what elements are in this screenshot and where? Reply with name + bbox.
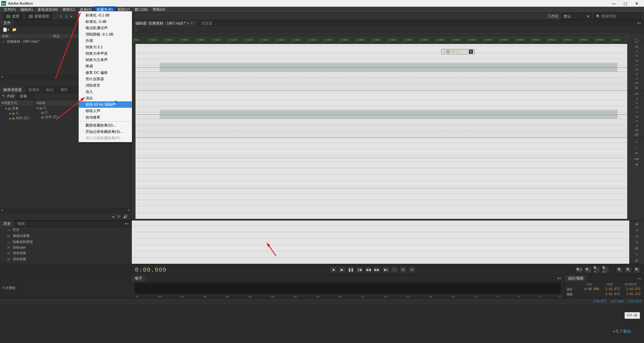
zoom-in-v-icon[interactable]: 🔍 — [616, 266, 623, 273]
menu-clip[interactable]: 素材(C) — [60, 6, 77, 13]
video-tab[interactable]: 视频 — [14, 220, 28, 227]
history-item[interactable]: fx伸缩与变调 — [0, 233, 131, 239]
bottom-tool-icon[interactable]: ⊞ — [635, 259, 638, 262]
dropdown-item[interactable]: 升调 — [79, 38, 132, 44]
editor-panel-menu-icon[interactable]: ▾≡ — [635, 21, 644, 26]
dropdown-item[interactable]: 降调 — [79, 63, 132, 69]
editor-tool-icon[interactable]: ⬚ — [134, 28, 138, 32]
sel-menu-icon[interactable]: ▾≡ — [635, 277, 644, 280]
stereo-icon[interactable]: L — [636, 146, 638, 149]
zoom-fit-icon[interactable]: 🔍↔ — [593, 266, 600, 273]
dropdown-item[interactable]: 标准化 -0.1 dB — [79, 12, 132, 18]
time-ruler[interactable]: hms 0:02.00:04.00:06.00:08.00:10.00:12.0… — [133, 38, 627, 44]
tool-play-icon[interactable]: ▸ — [71, 14, 73, 18]
history-item[interactable]: fxDeEsser — [0, 245, 131, 250]
history-item[interactable]: fx淡化包络 — [0, 256, 131, 262]
new-folder-icon[interactable]: ↻ — [117, 214, 120, 219]
zoom-out-v-icon[interactable]: 🔍 — [625, 266, 632, 273]
levels-menu-icon[interactable]: ▾≡ — [555, 276, 564, 281]
dropdown-item[interactable]: 删除收藏效果(D)... — [79, 122, 132, 129]
up-folder-icon[interactable]: ↰ — [2, 94, 5, 98]
menu-window[interactable]: 窗口(W) — [132, 6, 150, 13]
import-icon[interactable]: 📁 — [12, 28, 17, 32]
surround-icon[interactable]: ⊞ — [635, 163, 638, 166]
workspace-dropdown[interactable]: 默认▾ — [561, 13, 592, 19]
close-hud-icon[interactable]: ✕ — [469, 50, 473, 54]
tool-area-icon[interactable]: 🎧 — [629, 38, 644, 44]
rewind-button[interactable]: ◀◀ — [365, 266, 372, 273]
dropdown-item[interactable]: 自动修复 — [79, 114, 132, 120]
zoom-reset-icon[interactable]: 🔍 — [633, 266, 641, 273]
waveform-mode-button[interactable]: 波形 — [3, 13, 22, 20]
effects-rack-tab[interactable]: 效果夹 — [25, 87, 43, 93]
menu-edit[interactable]: 编辑(E) — [18, 6, 35, 13]
dropdown-item[interactable]: 消除齿音 — [79, 82, 132, 89]
pause-button[interactable]: ❚❚ — [347, 266, 355, 273]
open-file-icon[interactable]: 📄▾ — [3, 28, 9, 32]
dropdown-item[interactable]: 转换为 5.1 — [79, 44, 132, 50]
level-meter[interactable] — [135, 283, 561, 294]
zoom-out-h-icon[interactable]: 🔍- — [584, 266, 592, 273]
zoom-in-h-icon[interactable]: 🔍+ — [576, 266, 583, 273]
stop-button[interactable]: ■ — [330, 266, 337, 273]
vol-indicator-icon[interactable]: ⫽ — [635, 140, 638, 144]
dropdown-item[interactable]: 旁白压限器 — [79, 76, 132, 82]
gain-knob-icon[interactable] — [446, 50, 450, 53]
col-status[interactable]: 状态 — [47, 34, 65, 39]
close-tab-icon[interactable]: ✕ — [190, 21, 193, 26]
dropdown-item[interactable]: 修复 DC 偏移 — [79, 69, 132, 76]
dropdown-item[interactable]: 标准化 -3 dB — [79, 18, 132, 25]
bottom-tool-icon[interactable]: ≡ — [636, 253, 637, 256]
mixer-tab[interactable]: 混音器 — [197, 20, 216, 27]
menu-help[interactable]: 帮助(H) — [150, 6, 167, 13]
files-tab[interactable]: 文件 — [0, 20, 14, 26]
close-button[interactable]: ✕ — [633, 1, 641, 6]
tree-item[interactable]: ▸🖴C: — [1, 111, 34, 115]
goto-start-button[interactable]: |◀ — [356, 266, 363, 273]
ch-button[interactable]: CH ♪筒 — [625, 312, 640, 319]
goto-end-button[interactable]: ▶| — [382, 266, 389, 273]
media-speaker-icon[interactable]: 🔊 — [123, 214, 128, 219]
maximize-button[interactable]: ◻ — [621, 1, 629, 6]
search-help-input[interactable]: 🔍搜索帮助 — [594, 13, 641, 19]
forward-button[interactable]: ▶▶ — [373, 266, 381, 273]
dropdown-item[interactable]: 转换为单声道 — [79, 50, 132, 57]
tool-icon-2[interactable]: ▮ — [65, 14, 67, 18]
dropdown-item[interactable]: 转换为立体声 — [79, 57, 132, 63]
skip-selection-button[interactable]: ⤮ — [408, 266, 416, 273]
history-item[interactable]: ▭转换采样类型 — [0, 239, 131, 245]
history-item[interactable]: fx淡化包络 — [0, 250, 131, 256]
timeline-overview[interactable] — [133, 34, 627, 37]
levels-tab[interactable]: 电平 — [131, 275, 146, 282]
dropdown-item[interactable]: 淡出 — [79, 95, 132, 101]
selection-tab[interactable]: 选区/视图 — [565, 275, 587, 282]
properties-tab[interactable]: 属性 — [57, 87, 71, 93]
play-button[interactable]: ▶ — [338, 266, 346, 273]
stereo-icon[interactable]: R — [635, 151, 638, 155]
menu-multitrack[interactable]: 多轨混音(M) — [35, 6, 60, 13]
history-menu-icon[interactable]: ▾≡ — [122, 222, 131, 226]
dropdown-item[interactable]: 强制限幅 -0.1 dB — [79, 31, 132, 38]
lfe-icon[interactable]: LFE — [634, 157, 640, 161]
gain-hud[interactable]: ◢ +0 dB ✕ — [441, 49, 475, 54]
col-name[interactable]: 名称 — [0, 34, 47, 39]
markers-tab[interactable]: 标记 — [43, 87, 57, 93]
dropdown-item[interactable]: 移除人声 — [79, 108, 132, 114]
content-dropdown[interactable]: 设备 — [17, 93, 34, 99]
timecode-display[interactable]: 0:00.000 — [131, 266, 170, 273]
menu-file[interactable]: 文件(F) — [1, 6, 18, 13]
editor-tab[interactable]: 编辑器: 音频素材 - 1967.mp3 *▾✕ — [131, 20, 197, 27]
dropdown-item[interactable]: 淡入 — [79, 89, 132, 95]
history-item[interactable]: ▭打开 — [0, 227, 131, 233]
media-browser-tab[interactable]: 媒体浏览器 — [0, 87, 25, 93]
play-media-icon[interactable]: ▸ — [113, 214, 115, 219]
dropdown-item[interactable]: 开始记录收藏效果(S)... — [79, 129, 132, 135]
waveform-display[interactable] — [136, 44, 627, 219]
media-scrollbar[interactable] — [0, 208, 131, 213]
record-button[interactable]: ● — [391, 266, 398, 273]
history-tab[interactable]: 历史 — [0, 220, 14, 227]
tool-icon-1[interactable]: ▮ — [60, 14, 62, 18]
minimize-button[interactable]: — — [610, 1, 618, 6]
multitrack-mode-button[interactable]: 多轨混音 — [26, 13, 52, 20]
loop-playback-button[interactable]: ↻ — [399, 266, 407, 273]
